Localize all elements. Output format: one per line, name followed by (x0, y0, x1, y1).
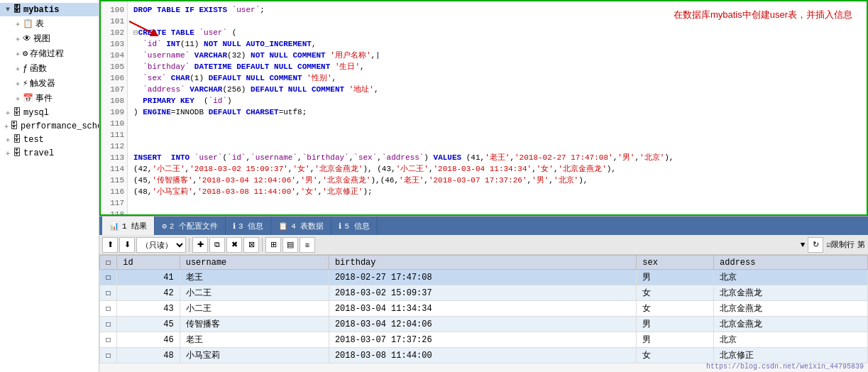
sidebar-item-label: 表 (35, 18, 44, 30)
col-birthday[interactable]: birthday (329, 256, 636, 270)
data-table: ☐ id username birthday sex address ☐ 41 … (99, 255, 868, 363)
sidebar-item-procedures[interactable]: ＋ ⚙ 存储过程 (0, 46, 99, 61)
expand-icon[interactable]: ＋ (13, 64, 23, 74)
table-row[interactable]: ☐ 45 传智播客 2018-03-04 12:04:06 男 北京金燕龙 (100, 317, 868, 332)
expand-icon[interactable]: ▼ (3, 6, 13, 13)
sidebar-item-label: mybatis (23, 5, 59, 15)
db-icon: 🗄 (13, 4, 21, 15)
tab-tabledata[interactable]: 📋 4 表数据 (271, 217, 331, 235)
expand-icon[interactable]: ＋ (13, 49, 23, 59)
expand-icon[interactable]: ＋ (3, 121, 10, 131)
sidebar-item-label: 视图 (33, 33, 50, 45)
copy-row-button[interactable]: ⧉ (209, 237, 225, 253)
col-id[interactable]: id (117, 256, 180, 270)
col-address[interactable]: address (714, 256, 868, 270)
row-checkbox[interactable]: ☐ (100, 317, 117, 332)
info2-icon: ℹ (339, 221, 341, 231)
row-checkbox[interactable]: ☐ (100, 332, 117, 348)
cell-birthday: 2018-03-08 11:44:00 (329, 348, 636, 363)
sidebar-item-mysql[interactable]: ＋ 🗄 mysql (0, 106, 99, 119)
import-button[interactable]: ⬇ (119, 237, 135, 253)
separator2 (262, 238, 263, 252)
sidebar-item-travel[interactable]: ＋ 🗄 travel (0, 146, 99, 160)
sidebar-item-label: 函数 (30, 62, 47, 75)
profile-icon: ⚙ (162, 221, 167, 231)
sidebar-item-label: mysql (23, 108, 49, 118)
expand-icon[interactable]: ＋ (13, 94, 23, 104)
sidebar: ▼ 🗄 mybatis ＋ 📋 表 ＋ 👁 视图 ＋ ⚙ 存储过程 ＋ ƒ 函数… (0, 0, 99, 372)
table-row[interactable]: ☐ 46 老王 2018-03-07 17:37:26 男 北京 (100, 332, 868, 348)
cell-id: 45 (117, 317, 180, 332)
cell-id: 41 (117, 270, 180, 285)
expand-icon[interactable]: ＋ (13, 34, 23, 44)
cell-birthday: 2018-03-07 17:37:26 (329, 332, 636, 348)
tab-profile[interactable]: ⚙ 2 个配置文件 (155, 217, 226, 235)
sidebar-item-views[interactable]: ＋ 👁 视图 (0, 31, 99, 46)
sidebar-item-functions[interactable]: ＋ ƒ 函数 (0, 61, 99, 76)
tree-root: ▼ 🗄 mybatis ＋ 📋 表 ＋ 👁 视图 ＋ ⚙ 存储过程 ＋ ƒ 函数… (0, 0, 99, 163)
row-checkbox[interactable]: ☐ (100, 285, 117, 301)
row-checkbox[interactable]: ☐ (100, 348, 117, 363)
cell-sex: 女 (637, 348, 714, 363)
watermark: https://blog.csdn.net/weixin_44795839 (706, 363, 864, 371)
arrow-annotation (129, 21, 172, 45)
sidebar-item-label: 存储过程 (30, 48, 64, 60)
sidebar-item-performance-schema[interactable]: ＋ 🗄 performance_schema (0, 119, 99, 133)
cell-address: 北京金燕龙 (714, 285, 868, 301)
delete-row-button[interactable]: ✖ (226, 237, 242, 253)
sidebar-item-triggers[interactable]: ＋ ⚡ 触发器 (0, 76, 99, 91)
editor-comment: 在数据库mybatis中创建user表，并插入信息 (674, 9, 852, 21)
sidebar-item-mybatis[interactable]: ▼ 🗄 mybatis (0, 3, 99, 16)
add-row-button[interactable]: ✚ (192, 237, 208, 253)
cell-sex: 男 (637, 332, 714, 348)
mode-select[interactable]: （只读） (136, 237, 186, 253)
expand-icon[interactable]: ＋ (13, 19, 23, 29)
tab-results[interactable]: 📊 1 结果 (102, 217, 155, 235)
expand-icon[interactable]: ＋ (13, 79, 23, 89)
trigger-icon: ⚡ (23, 78, 28, 89)
tab-label: 2 个配置文件 (170, 221, 218, 231)
cell-username: 老王 (180, 332, 329, 348)
col-username[interactable]: username (180, 256, 329, 270)
table-row[interactable]: ☐ 42 小二王 2018-03-02 15:09:37 女 北京金燕龙 (100, 285, 868, 301)
db-icon: 🗄 (13, 134, 21, 145)
form-button[interactable]: ▤ (282, 237, 298, 253)
db-icon: 🗄 (13, 107, 21, 118)
clear-button[interactable]: ⊠ (243, 237, 259, 253)
sidebar-item-label: 事件 (35, 92, 53, 104)
cell-sex: 男 (637, 270, 714, 285)
code-content[interactable]: DROP TABLE IF EXISTS `user`; ⊟CREATE TAB… (128, 1, 867, 214)
sidebar-item-test[interactable]: ＋ 🗄 test (0, 133, 99, 146)
sidebar-item-events[interactable]: ＋ 📅 事件 (0, 91, 99, 106)
table-row[interactable]: ☐ 48 小马宝莉 2018-03-08 11:44:00 女 北京修正 (100, 348, 868, 363)
results-icon: 📊 (109, 221, 119, 231)
cell-sex: 女 (637, 301, 714, 317)
expand-icon[interactable]: ＋ (3, 148, 13, 158)
table-body: ☐ 41 老王 2018-02-27 17:47:08 男 北京 ☐ 42 小二… (100, 270, 868, 363)
line-numbers: 100 101 102 103 104 105 106 107 108 109 … (101, 1, 128, 214)
col-checkbox: ☐ (100, 256, 117, 270)
cell-username: 小二王 (180, 285, 329, 301)
page-label: 第 (857, 239, 865, 250)
table-row[interactable]: ☐ 43 小二王 2018-03-04 11:34:34 女 北京金燕龙 (100, 301, 868, 317)
expand-icon[interactable]: ＋ (3, 135, 13, 145)
cell-username: 小马宝莉 (180, 348, 329, 363)
cell-birthday: 2018-03-04 11:34:34 (329, 301, 636, 317)
refresh-button[interactable]: ↻ (808, 237, 823, 253)
expand-icon[interactable]: ＋ (3, 108, 13, 118)
sidebar-item-tables[interactable]: ＋ 📋 表 (0, 16, 99, 31)
grid-button[interactable]: ⊞ (265, 237, 281, 253)
text-button[interactable]: ≡ (300, 237, 315, 253)
tab-info2[interactable]: ℹ 5 信息 (331, 217, 377, 235)
export-button[interactable]: ⬆ (102, 237, 118, 253)
row-checkbox[interactable]: ☐ (100, 301, 117, 317)
tab-label: 3 信息 (238, 221, 263, 231)
table-row[interactable]: ☐ 41 老王 2018-02-27 17:47:08 男 北京 (100, 270, 868, 285)
cell-address: 北京金燕龙 (714, 317, 868, 332)
row-checkbox[interactable]: ☐ (100, 270, 117, 285)
tab-info[interactable]: ℹ 3 信息 (226, 217, 271, 235)
col-sex[interactable]: sex (637, 256, 714, 270)
event-icon: 📅 (23, 93, 33, 104)
tab-label: 5 信息 (344, 221, 369, 231)
bottom-panel: 📊 1 结果 ⚙ 2 个配置文件 ℹ 3 信息 📋 4 表数据 ℹ 5 信息 ⬆ (99, 216, 868, 372)
